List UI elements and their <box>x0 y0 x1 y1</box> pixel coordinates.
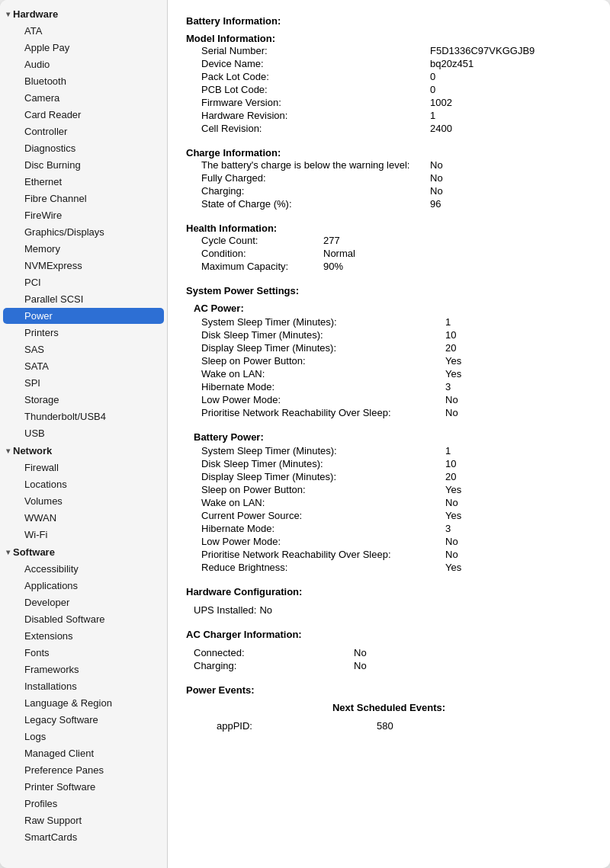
sidebar-item-wwan[interactable]: WWAN <box>3 510 164 526</box>
firmware-val: 1002 <box>430 97 452 108</box>
sidebar-item-preference-panes[interactable]: Preference Panes <box>3 762 164 778</box>
sidebar-item-pci[interactable]: PCI <box>3 274 164 290</box>
sidebar-item-locations[interactable]: Locations <box>3 476 164 492</box>
ac-sleep-power-val: Yes <box>445 355 461 367</box>
ac-hibernate-row: Hibernate Mode: 3 <box>186 380 592 393</box>
ac-hibernate-key: Hibernate Mode: <box>186 381 445 392</box>
sidebar-item-diagnostics[interactable]: Diagnostics <box>3 140 164 156</box>
bat-hibernate-val: 3 <box>445 523 451 534</box>
ac-low-power-val: No <box>445 394 458 405</box>
sidebar-item-thunderbolt[interactable]: Thunderbolt/USB4 <box>3 408 164 424</box>
max-capacity-key: Maximum Capacity: <box>186 261 323 272</box>
ac-power-label: AC Power: <box>194 303 592 314</box>
pack-lot-key: Pack Lot Code: <box>186 71 430 82</box>
sidebar-item-apple-pay[interactable]: Apple Pay <box>3 40 164 56</box>
sidebar-item-card-reader[interactable]: Card Reader <box>3 107 164 123</box>
sidebar-item-printer-software[interactable]: Printer Software <box>3 779 164 795</box>
ac-low-power-row: Low Power Mode: No <box>186 393 592 406</box>
sidebar-item-disc-burning[interactable]: Disc Burning <box>3 157 164 173</box>
sidebar-item-accessibility[interactable]: Accessibility <box>3 561 164 577</box>
bat-display-sleep-row: Display Sleep Timer (Minutes): 20 <box>186 470 592 483</box>
sidebar-item-graphics-displays[interactable]: Graphics/Displays <box>3 224 164 240</box>
health-info-label: Health Information: <box>186 223 592 234</box>
sidebar-item-firewire[interactable]: FireWire <box>3 207 164 223</box>
sidebar-item-controller[interactable]: Controller <box>3 123 164 139</box>
power-events-title: Power Events: <box>186 684 592 696</box>
sidebar-item-disabled-software[interactable]: Disabled Software <box>3 611 164 627</box>
next-scheduled-title: Next Scheduled Events: <box>186 702 592 713</box>
bat-wake-lan-val: No <box>445 497 458 508</box>
pcb-lot-row: PCB Lot Code: 0 <box>186 83 592 96</box>
sidebar-item-sata[interactable]: SATA <box>3 358 164 374</box>
battery-power-block: Battery Power: System Sleep Timer (Minut… <box>186 431 592 574</box>
sidebar-item-managed-client[interactable]: Managed Client <box>3 745 164 761</box>
sidebar-item-smartcards[interactable]: SmartCards <box>3 829 164 845</box>
sidebar-item-bluetooth[interactable]: Bluetooth <box>3 73 164 89</box>
sidebar-group-network[interactable]: ▾ Network <box>0 443 167 459</box>
charge-info-label: Charge Information: <box>186 147 592 159</box>
bat-reduce-val: Yes <box>445 562 461 573</box>
sidebar-item-legacy-software[interactable]: Legacy Software <box>3 712 164 728</box>
sidebar-item-memory[interactable]: Memory <box>3 241 164 257</box>
bat-current-source-row: Current Power Source: Yes <box>186 509 592 522</box>
sidebar-item-wifi[interactable]: Wi-Fi <box>3 527 164 543</box>
sidebar-item-firewall[interactable]: Firewall <box>3 460 164 476</box>
bat-prioritise-key: Prioritise Network Reachability Over Sle… <box>186 549 445 560</box>
sidebar-hardware-label: Hardware <box>13 8 58 20</box>
firmware-row: Firmware Version: 1002 <box>186 96 592 109</box>
max-capacity-row: Maximum Capacity: 90% <box>186 260 592 273</box>
ac-disk-sleep-key: Disk Sleep Timer (Minutes): <box>186 329 445 341</box>
sidebar-item-raw-support[interactable]: Raw Support <box>3 812 164 828</box>
device-name-row: Device Name: bq20z451 <box>186 57 592 70</box>
sidebar-item-fonts[interactable]: Fonts <box>3 645 164 661</box>
sidebar-item-nvmexpress[interactable]: NVMExpress <box>3 258 164 274</box>
sidebar-item-parallel-scsi[interactable]: Parallel SCSI <box>3 291 164 307</box>
charge-below-val: No <box>430 159 443 171</box>
ac-charger-title: AC Charger Information: <box>186 629 592 640</box>
bat-prioritise-row: Prioritise Network Reachability Over Sle… <box>186 548 592 561</box>
charge-below-row: The battery's charge is below the warnin… <box>186 159 592 171</box>
fully-charged-key: Fully Charged: <box>186 172 430 184</box>
system-power-title: System Power Settings: <box>186 285 592 296</box>
sidebar-item-spi[interactable]: SPI <box>3 375 164 391</box>
cycle-count-row: Cycle Count: 277 <box>186 234 592 247</box>
connected-key: Connected: <box>186 647 354 658</box>
sidebar-item-applications[interactable]: Applications <box>3 578 164 594</box>
fully-charged-val: No <box>430 172 443 184</box>
sidebar-item-ethernet[interactable]: Ethernet <box>3 174 164 190</box>
ac-charger-block: Connected: No Charging: No <box>186 646 592 672</box>
network-items-list: FirewallLocationsVolumesWWANWi-Fi <box>0 460 167 543</box>
state-charge-val: 96 <box>430 198 441 210</box>
hardware-items-list: ATAApple PayAudioBluetoothCameraCard Rea… <box>0 23 167 441</box>
bat-current-source-key: Current Power Source: <box>186 510 445 521</box>
bat-hibernate-key: Hibernate Mode: <box>186 523 445 534</box>
sidebar-item-power[interactable]: Power <box>3 308 164 324</box>
sidebar-item-camera[interactable]: Camera <box>3 90 164 106</box>
sidebar-item-fibre-channel[interactable]: Fibre Channel <box>3 191 164 207</box>
sidebar-item-audio[interactable]: Audio <box>3 56 164 72</box>
sidebar-item-language-region[interactable]: Language & Region <box>3 695 164 711</box>
cycle-count-key: Cycle Count: <box>186 235 323 246</box>
apppid-val: 580 <box>377 720 393 732</box>
sidebar-item-storage[interactable]: Storage <box>3 392 164 408</box>
sidebar-item-ata[interactable]: ATA <box>3 23 164 39</box>
sidebar-item-logs[interactable]: Logs <box>3 729 164 745</box>
sidebar-item-installations[interactable]: Installations <box>3 678 164 694</box>
device-name-val: bq20z451 <box>430 58 474 69</box>
sidebar-item-usb[interactable]: USB <box>3 425 164 441</box>
fully-charged-row: Fully Charged: No <box>186 171 592 184</box>
sidebar-item-frameworks[interactable]: Frameworks <box>3 661 164 677</box>
sidebar-item-developer[interactable]: Developer <box>3 594 164 610</box>
hardware-arrow-icon: ▾ <box>6 10 10 18</box>
sidebar-item-sas[interactable]: SAS <box>3 341 164 357</box>
cell-rev-row: Cell Revision: 2400 <box>186 122 592 135</box>
cell-rev-key: Cell Revision: <box>186 123 430 134</box>
sidebar-group-software[interactable]: ▾ Software <box>0 544 167 560</box>
sidebar-item-extensions[interactable]: Extensions <box>3 628 164 644</box>
sidebar-item-printers[interactable]: Printers <box>3 325 164 341</box>
sidebar-item-volumes[interactable]: Volumes <box>3 493 164 509</box>
sidebar-group-hardware[interactable]: ▾ Hardware <box>0 6 167 22</box>
health-info-block: Health Information: Cycle Count: 277 Con… <box>186 223 592 273</box>
sidebar-item-profiles[interactable]: Profiles <box>3 796 164 812</box>
ups-row: UPS Installed: No <box>186 604 592 617</box>
